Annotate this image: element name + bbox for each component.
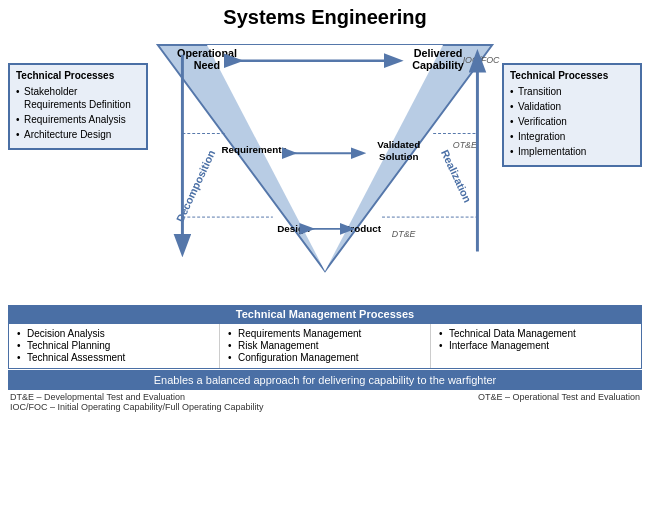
list-item: Integration [510, 130, 634, 143]
list-item: Requirements Analysis [16, 113, 140, 126]
svg-text:IOC/FOC: IOC/FOC [463, 55, 500, 65]
diagram-area: Technical Processes Stakeholder Requirem… [8, 33, 642, 508]
list-item: Verification [510, 115, 634, 128]
bottom-list-2: Requirements Management Risk Management … [228, 328, 422, 363]
bottom-list-3: Technical Data Management Interface Mana… [439, 328, 633, 351]
svg-text:Delivered: Delivered [414, 47, 463, 59]
page-title: Systems Engineering [8, 6, 642, 29]
left-tech-box-title: Technical Processes [16, 70, 140, 81]
svg-text:Validated: Validated [377, 139, 420, 150]
svg-text:Operational: Operational [177, 47, 237, 59]
list-item: Validation [510, 100, 634, 113]
right-tech-box-title: Technical Processes [510, 70, 634, 81]
enables-bar: Enables a balanced approach for deliveri… [8, 370, 642, 390]
right-tech-list: Transition Validation Verification Integ… [510, 85, 634, 158]
management-section: Technical Management Processes [8, 305, 642, 323]
svg-text:Need: Need [194, 59, 220, 71]
svg-text:Realization: Realization [439, 148, 474, 205]
list-item: Stakeholder Requirements Definition [16, 85, 140, 111]
list-item: Configuration Management [228, 352, 422, 363]
list-item: Risk Management [228, 340, 422, 351]
list-item: Technical Data Management [439, 328, 633, 339]
list-item: Requirements Management [228, 328, 422, 339]
list-item: Architecture Design [16, 128, 140, 141]
list-item: Interface Management [439, 340, 633, 351]
svg-text:OT&E: OT&E [453, 140, 477, 150]
list-item: Technical Planning [17, 340, 211, 351]
list-item: Implementation [510, 145, 634, 158]
footnote-right: OT&E – Operational Test and Evaluation [478, 392, 640, 412]
bottom-col-2: Requirements Management Risk Management … [220, 324, 431, 368]
bottom-list-1: Decision Analysis Technical Planning Tec… [17, 328, 211, 363]
svg-text:Requirements: Requirements [221, 144, 287, 155]
svg-text:DT&E: DT&E [392, 229, 416, 239]
left-tech-list: Stakeholder Requirements Definition Requ… [16, 85, 140, 141]
footnote-left: DT&E – Developmental Test and Evaluation… [10, 392, 264, 412]
center-diagram: Operational Need Delivered Capability De… [148, 33, 502, 303]
page-wrapper: Systems Engineering Technical Processes … [0, 0, 650, 512]
svg-text:Design: Design [277, 223, 310, 234]
triangle-svg: Operational Need Delivered Capability De… [148, 33, 502, 293]
bottom-col-1: Decision Analysis Technical Planning Tec… [9, 324, 220, 368]
svg-text:Solution: Solution [379, 151, 418, 162]
bottom-processes: Decision Analysis Technical Planning Tec… [8, 323, 642, 369]
list-item: Technical Assessment [17, 352, 211, 363]
svg-text:Capability: Capability [412, 59, 464, 71]
left-tech-box: Technical Processes Stakeholder Requirem… [8, 63, 148, 150]
bottom-col-3: Technical Data Management Interface Mana… [431, 324, 641, 368]
top-section: Technical Processes Stakeholder Requirem… [8, 33, 642, 303]
svg-text:Decomposition: Decomposition [174, 148, 218, 224]
list-item: Decision Analysis [17, 328, 211, 339]
right-tech-box: Technical Processes Transition Validatio… [502, 63, 642, 167]
footnotes: DT&E – Developmental Test and Evaluation… [8, 392, 642, 412]
list-item: Transition [510, 85, 634, 98]
